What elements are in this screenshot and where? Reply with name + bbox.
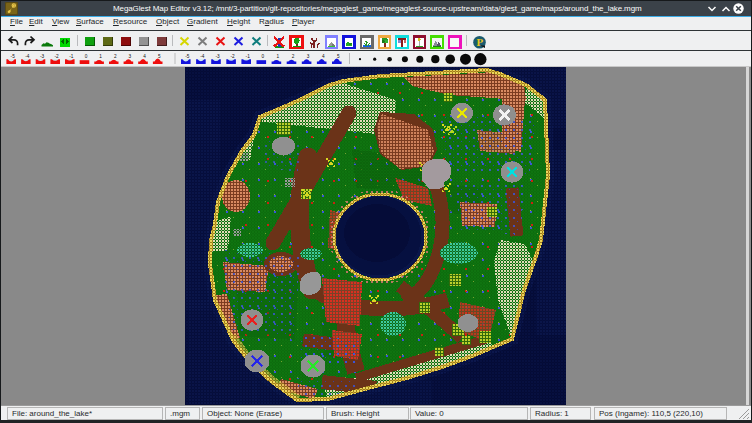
- svg-text:-4: -4: [200, 54, 205, 59]
- svg-text:3: 3: [307, 54, 310, 59]
- svg-text:-2: -2: [55, 54, 60, 59]
- svg-text:5: 5: [158, 54, 161, 59]
- svg-text:-4: -4: [25, 54, 30, 59]
- svg-text:1: 1: [277, 54, 280, 59]
- svg-text:4: 4: [143, 54, 146, 59]
- svg-text:0: 0: [85, 54, 88, 59]
- svg-text:-3: -3: [40, 54, 45, 59]
- svg-text:-3: -3: [215, 54, 220, 59]
- svg-text:2: 2: [114, 54, 117, 59]
- svg-text:-5: -5: [185, 54, 190, 59]
- svg-text:-1: -1: [69, 54, 74, 59]
- svg-text:0: 0: [261, 54, 264, 59]
- svg-text:2: 2: [292, 54, 295, 59]
- svg-text:1: 1: [99, 54, 102, 59]
- svg-text:4: 4: [322, 54, 325, 59]
- svg-text:-2: -2: [231, 54, 236, 59]
- svg-text:3: 3: [129, 54, 132, 59]
- svg-text:-5: -5: [11, 54, 16, 59]
- svg-text:5: 5: [337, 54, 340, 59]
- svg-text:-1: -1: [246, 54, 251, 59]
